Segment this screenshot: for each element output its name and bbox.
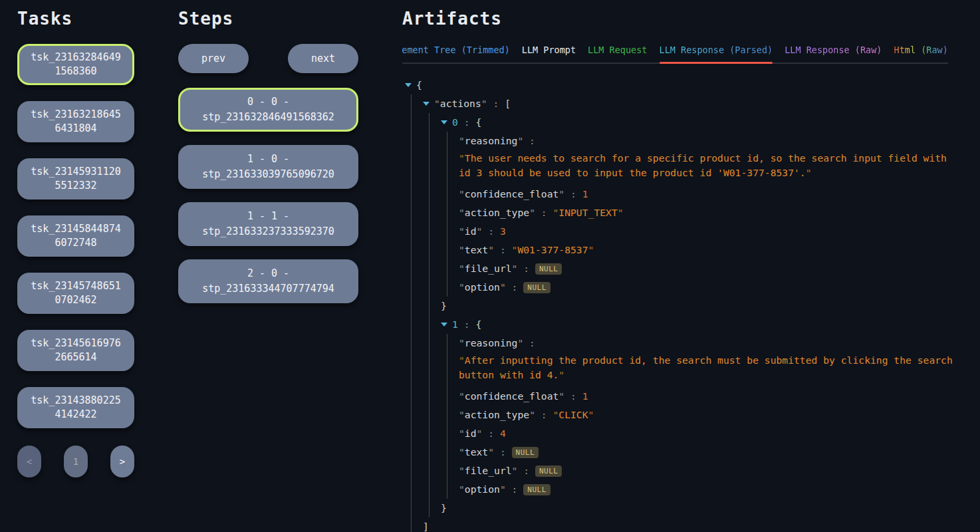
tasks-panel: Tasks tsk_231632846491568360tsk_23163218… — [17, 8, 134, 532]
json-value-number: 1 — [582, 188, 588, 200]
json-entry: "action_type" : "CLICK" — [459, 406, 959, 424]
json-close-line: ] — [423, 517, 959, 532]
task-item-button[interactable]: tsk_231456169762665614 — [17, 330, 134, 371]
active-tab-underline — [660, 62, 773, 64]
steps-title: Steps — [178, 8, 358, 29]
json-value-string: "W01-377-8537" — [512, 244, 594, 255]
json-bracket: } — [441, 300, 447, 311]
json-node-toggle[interactable]: "actions" : [ — [423, 94, 959, 113]
tab-llm-request[interactable]: LLM Request — [588, 44, 647, 56]
task-item-button[interactable]: tsk_231459311205512332 — [17, 158, 134, 200]
json-value-string: "The user needs to search for a specific… — [459, 151, 959, 180]
json-array-index: 1 — [452, 319, 458, 330]
json-key: action_type — [465, 409, 529, 420]
json-entry: "file_url" : NULL — [459, 259, 959, 278]
tab-llm-response-raw[interactable]: LLM Response (Raw) — [785, 44, 882, 56]
pagination-page-1-button[interactable]: 1 — [64, 446, 88, 477]
json-key: text — [465, 244, 488, 255]
json-array-index: 0 — [452, 116, 458, 128]
json-key: option — [465, 483, 500, 495]
json-entry: "confidence_float" : 1 — [459, 387, 959, 406]
json-entry: "reasoning" : "After inputting the produ… — [459, 334, 959, 382]
json-key: confidence_float — [465, 188, 558, 200]
step-item-button[interactable]: 1 - 1 - stp_231633237333592370 — [178, 202, 358, 246]
json-bracket: { — [416, 79, 422, 90]
tab-llm-response-parsed[interactable]: LLM Response (Parsed) — [660, 44, 773, 56]
json-null-badge: NULL — [523, 282, 551, 293]
json-null-badge: NULL — [523, 484, 551, 495]
task-item-button[interactable]: tsk_231458448746072748 — [17, 215, 134, 257]
steps-next-button[interactable]: next — [288, 44, 358, 73]
json-entry: "file_url" : NULL — [459, 462, 959, 480]
steps-prev-button[interactable]: prev — [178, 44, 249, 73]
json-entry: "action_type" : "INPUT_TEXT" — [459, 203, 959, 222]
tab-html-raw[interactable]: Html (Raw) — [894, 44, 948, 56]
json-value-string: "INPUT_TEXT" — [553, 207, 624, 218]
pagination-next-button[interactable]: > — [110, 446, 134, 477]
json-close-line: } — [441, 297, 959, 315]
json-key: reasoning — [465, 135, 518, 146]
json-bracket: } — [441, 502, 447, 513]
step-list: 0 - 0 - stp_2316328464915683621 - 0 - st… — [178, 88, 358, 303]
json-null-badge: NULL — [512, 447, 539, 458]
artifacts-tabbar-clip: Element Tree (Trimmed)LLM PromptLLM Requ… — [402, 44, 959, 64]
artifacts-panel: Artifacts Element Tree (Trimmed)LLM Prom… — [402, 8, 959, 532]
json-node-toggle[interactable]: 1 : { — [441, 315, 959, 334]
tab-element-tree-trimmed[interactable]: Element Tree (Trimmed) — [402, 44, 510, 56]
json-key: id — [465, 225, 477, 237]
collapse-triangle-icon — [423, 102, 429, 106]
json-value-number: 1 — [582, 390, 588, 402]
steps-panel: Steps prev next 0 - 0 - stp_231632846491… — [178, 8, 358, 532]
step-item-button[interactable]: 1 - 0 - stp_231633039765096720 — [178, 145, 358, 189]
json-key: confidence_float — [465, 390, 558, 402]
tasks-pagination: < 1 > — [17, 446, 134, 477]
artifacts-tabbar: Element Tree (Trimmed)LLM PromptLLM Requ… — [402, 44, 948, 64]
collapse-triangle-icon — [441, 120, 447, 124]
artifacts-title: Artifacts — [402, 8, 959, 29]
json-null-badge: NULL — [535, 263, 562, 275]
json-bracket: [ — [505, 98, 511, 109]
json-node-toggle[interactable]: 0 : { — [441, 113, 959, 132]
json-entry: "confidence_float" : 1 — [459, 185, 959, 203]
json-close-line: } — [441, 499, 959, 517]
json-entry: "id" : 4 — [459, 424, 959, 443]
json-entry: "id" : 3 — [459, 222, 959, 241]
json-children-group: 0 : {"reasoning" : "The user needs to se… — [429, 113, 959, 517]
json-children-group: "reasoning" : "The user needs to search … — [447, 132, 959, 297]
json-value-number: 4 — [500, 428, 506, 439]
pagination-prev-button[interactable]: < — [17, 446, 41, 477]
task-item-button[interactable]: tsk_231632186456431804 — [17, 101, 134, 142]
tasks-title: Tasks — [17, 8, 134, 29]
collapse-triangle-icon — [441, 323, 447, 327]
json-entry: "text" : "W01-377-8537" — [459, 241, 959, 259]
json-key: id — [465, 428, 477, 439]
steps-nav-row: prev next — [178, 44, 358, 73]
json-bracket: { — [475, 319, 481, 330]
json-tree-viewer: {"actions" : [0 : {"reasoning" : "The us… — [402, 76, 959, 532]
json-key: action_type — [465, 207, 529, 218]
task-item-button[interactable]: tsk_231457486510702462 — [17, 273, 134, 314]
collapse-triangle-icon — [405, 83, 412, 87]
json-key: file_url — [465, 263, 512, 274]
task-item-button[interactable]: tsk_231438802254142422 — [17, 387, 134, 428]
json-value-number: 3 — [500, 225, 506, 237]
json-entry: "option" : NULL — [459, 278, 959, 297]
json-node-toggle[interactable]: { — [405, 76, 959, 94]
json-value-string: "After inputting the product id, the sea… — [459, 353, 959, 382]
json-bracket: ] — [423, 521, 429, 532]
task-item-button[interactable]: tsk_231632846491568360 — [17, 44, 134, 85]
json-null-badge: NULL — [535, 466, 562, 477]
json-entry: "reasoning" : "The user needs to search … — [459, 132, 959, 180]
step-item-button[interactable]: 2 - 0 - stp_231633344707774794 — [178, 259, 358, 303]
tab-llm-prompt[interactable]: LLM Prompt — [522, 44, 576, 56]
step-item-button[interactable]: 0 - 0 - stp_231632846491568362 — [178, 88, 358, 132]
task-list: tsk_231632846491568360tsk_23163218645643… — [17, 44, 134, 428]
json-children-group: "reasoning" : "After inputting the produ… — [447, 334, 959, 499]
app-root: Tasks tsk_231632846491568360tsk_23163218… — [0, 0, 980, 532]
json-key: actions — [440, 98, 481, 109]
json-children-group: "actions" : [0 : {"reasoning" : "The use… — [411, 94, 959, 532]
json-bracket: { — [475, 116, 481, 128]
json-key: option — [465, 281, 500, 293]
json-key: text — [465, 446, 488, 458]
json-key: reasoning — [465, 337, 518, 348]
